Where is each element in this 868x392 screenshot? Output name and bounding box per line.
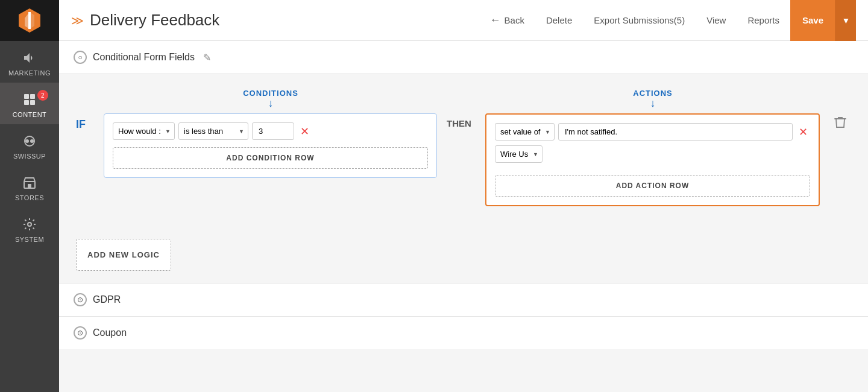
- sidebar: MARKETING CONTENT 2 SWISSUP: [0, 0, 59, 392]
- section-toggle-icon: ○: [74, 51, 87, 64]
- set-value-wrapper: set value of: [495, 123, 555, 141]
- wire-us-wrapper: Wire Us: [495, 145, 542, 163]
- conditional-form-fields-header[interactable]: ○ Conditional Form Fields ✎: [59, 41, 868, 74]
- reports-button[interactable]: Reports: [737, 0, 790, 41]
- headers-row: CONDITIONS ↓ ACTIONS ↓: [76, 89, 851, 109]
- svg-rect-3: [28, 12, 31, 29]
- sidebar-item-marketing[interactable]: MARKETING: [0, 41, 59, 83]
- add-new-logic-button[interactable]: ADD NEW LOGIC: [76, 239, 171, 271]
- breadcrumb-icon: ≫: [71, 13, 84, 28]
- operator-select-wrapper: is less than is greater than equals: [178, 122, 248, 140]
- sidebar-item-swissup[interactable]: SWISSUP: [0, 124, 59, 166]
- save-dropdown-button[interactable]: ▼: [835, 0, 856, 41]
- content-badge: 2: [37, 90, 48, 101]
- topbar-actions: ← Back Delete Export Submissions(5) View…: [479, 0, 856, 41]
- condition-value-input[interactable]: [252, 122, 294, 140]
- gear-icon: [21, 216, 38, 233]
- add-condition-row-button[interactable]: ADD CONDITION ROW: [113, 147, 428, 169]
- main-area: ≫ Delivery Feedback ← Back Delete Export…: [59, 0, 868, 392]
- wire-us-select[interactable]: Wire Us: [495, 145, 542, 163]
- sidebar-item-system[interactable]: SYSTEM: [0, 207, 59, 249]
- stores-icon: [21, 174, 38, 191]
- view-button[interactable]: View: [696, 0, 737, 41]
- breadcrumb: ≫ Delivery Feedback: [71, 11, 479, 30]
- sidebar-item-content[interactable]: CONTENT 2: [0, 83, 59, 124]
- conditional-form-fields-label: Conditional Form Fields: [93, 52, 195, 63]
- delete-logic-row-button[interactable]: [829, 113, 851, 134]
- page-title: Delivery Feedback: [90, 11, 219, 30]
- content-icon: [21, 91, 38, 108]
- topbar: ≫ Delivery Feedback ← Back Delete Export…: [59, 0, 868, 41]
- condition-fields-row: How would : is less than is greater than…: [113, 122, 428, 140]
- gdpr-label: GDPR: [93, 294, 121, 305]
- add-action-row-button[interactable]: ADD ACTION ROW: [495, 175, 810, 197]
- conditions-title: CONDITIONS: [104, 89, 438, 98]
- remove-action-button[interactable]: ✕: [796, 124, 810, 140]
- svg-point-10: [30, 139, 34, 143]
- sidebar-item-swissup-label: SWISSUP: [13, 153, 46, 160]
- swissup-icon: [21, 133, 38, 150]
- edit-icon: ✎: [203, 52, 211, 63]
- operator-select[interactable]: is less than is greater than equals: [178, 122, 248, 140]
- gdpr-toggle-icon: ⊙: [74, 293, 87, 306]
- coupon-label: Coupon: [93, 327, 127, 338]
- sidebar-item-system-label: SYSTEM: [15, 236, 44, 243]
- actions-down-arrow: ↓: [486, 98, 820, 109]
- svg-rect-6: [24, 100, 29, 105]
- svg-rect-5: [30, 94, 35, 99]
- conditions-header: CONDITIONS ↓: [104, 89, 438, 109]
- save-button[interactable]: Save: [790, 0, 835, 41]
- megaphone-icon: [21, 49, 38, 66]
- back-button[interactable]: ← Back: [479, 0, 535, 41]
- action-value-input[interactable]: [558, 123, 793, 141]
- sidebar-item-stores[interactable]: STORES: [0, 166, 59, 207]
- if-label: IF: [76, 113, 94, 131]
- content-area: ○ Conditional Form Fields ✎ CONDITIONS ↓…: [59, 41, 868, 392]
- svg-rect-4: [24, 94, 29, 99]
- gdpr-section[interactable]: ⊙ GDPR: [59, 283, 868, 316]
- svg-point-9: [25, 139, 29, 143]
- action-fields-row: set value of ✕: [495, 123, 810, 141]
- coupon-toggle-icon: ⊙: [74, 326, 87, 340]
- svg-point-13: [28, 223, 31, 226]
- field-select-wrapper: How would :: [113, 122, 175, 140]
- remove-condition-button[interactable]: ✕: [298, 124, 312, 139]
- svg-rect-7: [30, 100, 35, 105]
- action-wire-row: Wire Us: [495, 145, 810, 163]
- condition-field-select[interactable]: How would :: [113, 122, 175, 140]
- sidebar-item-content-label: CONTENT: [13, 111, 47, 118]
- trash-icon: [834, 116, 846, 129]
- actions-header: ACTIONS ↓: [486, 89, 820, 109]
- action-box: set value of ✕ Wire Us ADD ACTIO: [485, 113, 820, 206]
- sidebar-item-stores-label: STORES: [15, 194, 44, 201]
- sidebar-item-marketing-label: MARKETING: [8, 69, 51, 77]
- svg-rect-12: [28, 184, 31, 188]
- delete-button[interactable]: Delete: [535, 0, 583, 41]
- actions-title: ACTIONS: [486, 89, 820, 98]
- condition-box: How would : is less than is greater than…: [104, 113, 437, 178]
- sidebar-logo: [0, 0, 59, 41]
- export-submissions-button[interactable]: Export Submissions(5): [583, 0, 696, 41]
- coupon-section[interactable]: ⊙ Coupon: [59, 316, 868, 349]
- conditions-down-arrow: ↓: [104, 98, 438, 109]
- logic-area: CONDITIONS ↓ ACTIONS ↓ IF: [59, 74, 868, 233]
- set-value-select[interactable]: set value of: [495, 123, 555, 141]
- back-arrow-icon: ←: [490, 14, 501, 27]
- logic-row-1: IF How would : is less than is greater: [76, 113, 851, 206]
- then-label: THEN: [447, 113, 476, 128]
